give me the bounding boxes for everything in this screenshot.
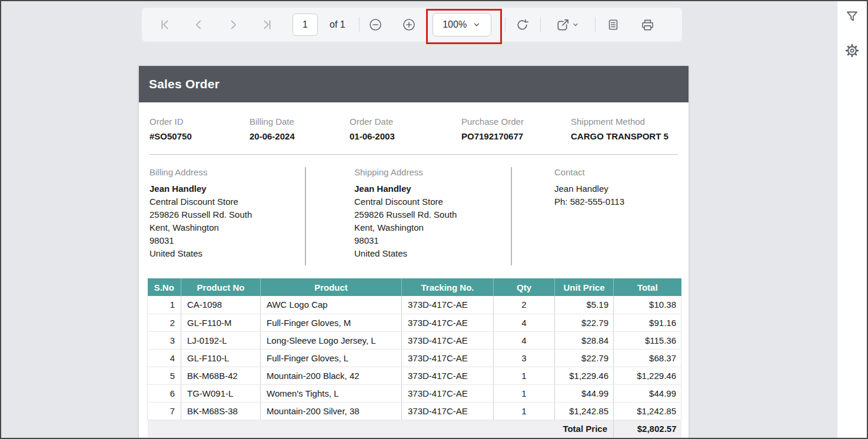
cell-tracking: 373D-417C-AE	[402, 314, 494, 331]
filter-button[interactable]	[844, 8, 860, 25]
billing-address-line: 98031	[149, 234, 305, 247]
cell-unit-price: $5.19	[555, 296, 614, 314]
table-row: 4 GL-F110-L Full-Finger Gloves, L 373D-4…	[148, 349, 681, 367]
billing-address-line: Central Discount Store	[149, 195, 305, 208]
billing-address-line: United States	[149, 247, 305, 260]
export-icon	[556, 18, 570, 32]
zoom-in-button[interactable]	[402, 18, 416, 32]
col-header-product-no: Product No	[181, 278, 261, 296]
cell-product-no: CA-1098	[181, 296, 261, 314]
order-id-label: Order ID	[149, 117, 250, 127]
refresh-button[interactable]	[516, 18, 530, 32]
sales-order-document: Sales Order Order ID #SO50750 Billing Da…	[139, 66, 689, 439]
shipping-address-block: Shipping Address Jean Handley Central Di…	[306, 167, 511, 265]
cell-product: Full-Finger Gloves, L	[261, 349, 402, 367]
cell-total: $1,229.46	[614, 367, 681, 384]
cell-sno: 4	[148, 349, 181, 367]
cell-qty: 1	[494, 367, 555, 384]
page-text-icon	[607, 18, 620, 31]
cell-product: Full-Finger Gloves, M	[261, 314, 402, 331]
contact-block: Contact Jean Handley Ph: 582-555-0113	[512, 167, 689, 265]
col-header-tracking: Tracking No.	[402, 278, 494, 296]
last-page-icon	[261, 18, 274, 31]
cell-product-no: BK-M68S-38	[181, 402, 261, 420]
cell-product-no: BK-M68B-42	[181, 367, 261, 384]
cell-product: Women's Tights, L	[261, 384, 402, 402]
billing-address-line: 259826 Russell Rd. South	[149, 208, 305, 221]
page-count-label: of 1	[330, 19, 345, 30]
billing-address-line: Kent, Washington	[149, 221, 305, 234]
next-page-button[interactable]	[226, 18, 240, 32]
zoom-in-icon	[402, 18, 416, 32]
cell-product: Mountain-200 Silver, 38	[261, 402, 402, 420]
table-row: 1 CA-1098 AWC Logo Cap 373D-417C-AE 2 $5…	[148, 296, 681, 314]
cell-qty: 1	[494, 402, 555, 420]
cell-sno: 3	[148, 331, 181, 349]
order-date-label: Order Date	[350, 117, 461, 127]
print-icon	[641, 18, 654, 32]
purchase-order-label: Purchase Order	[461, 117, 571, 127]
purchase-order-value: PO7192170677	[461, 131, 571, 141]
cell-sno: 5	[148, 367, 181, 384]
cell-sno: 7	[148, 402, 181, 420]
cell-total: $10.38	[614, 296, 681, 314]
last-page-button[interactable]	[260, 18, 274, 32]
export-button[interactable]	[555, 18, 581, 32]
info-divider-line	[149, 154, 678, 155]
first-page-icon	[158, 18, 171, 31]
first-page-button[interactable]	[158, 18, 172, 32]
cell-unit-price: $44.99	[555, 384, 614, 402]
order-id-field: Order ID #SO50750	[149, 117, 250, 141]
page-number-input[interactable]	[292, 14, 318, 36]
cell-product: Long-Sleeve Logo Jersey, L	[261, 331, 402, 349]
page-text-view-button[interactable]	[606, 18, 620, 32]
zoom-level-value: 100%	[443, 19, 467, 30]
cell-sno: 6	[148, 384, 181, 402]
cell-qty: 2	[494, 296, 555, 314]
settings-button[interactable]	[844, 42, 860, 59]
zoom-out-icon	[368, 18, 383, 32]
cell-product: Mountain-200 Black, 42	[261, 367, 402, 384]
zoom-level-select[interactable]: 100%	[433, 13, 491, 36]
cell-sno: 2	[148, 314, 181, 331]
billing-address-block: Billing Address Jean Handley Central Dis…	[139, 167, 305, 265]
print-button[interactable]	[641, 18, 655, 32]
cell-product-no: GL-F110-M	[181, 314, 261, 331]
shipment-method-label: Shippment Method	[571, 117, 678, 127]
shipping-address-label: Shipping Address	[354, 167, 511, 177]
billing-address-name: Jean Handley	[149, 182, 305, 195]
shipment-method-value: CARGO TRANSPORT 5	[571, 131, 678, 141]
cell-total: $91.16	[614, 314, 681, 331]
col-header-unit-price: Unit Price	[555, 278, 614, 296]
gear-icon	[844, 43, 860, 58]
contact-phone: Ph: 582-555-0113	[554, 195, 689, 208]
col-header-total: Total	[614, 278, 681, 296]
cell-tracking: 373D-417C-AE	[402, 349, 494, 367]
cell-qty: 4	[494, 331, 555, 349]
cell-sno: 1	[148, 296, 181, 314]
table-header-row: S.No Product No Product Tracking No. Qty…	[148, 278, 681, 296]
cell-tracking: 373D-417C-AE	[402, 367, 494, 384]
cell-unit-price: $28.84	[555, 331, 614, 349]
billing-date-field: Billing Date 20-06-2024	[250, 117, 350, 141]
cell-unit-price: $22.79	[555, 349, 614, 367]
cell-qty: 4	[494, 314, 555, 331]
shipping-address-line: 98031	[354, 234, 511, 247]
billing-date-label: Billing Date	[250, 117, 350, 127]
cell-product: AWC Logo Cap	[261, 296, 402, 314]
cell-product-no: LJ-0192-L	[181, 331, 261, 349]
cell-total: $44.99	[614, 384, 681, 402]
previous-page-button[interactable]	[192, 18, 206, 32]
cell-unit-price: $22.79	[555, 314, 614, 331]
billing-address-label: Billing Address	[149, 167, 305, 177]
toolbar-separator	[505, 17, 505, 32]
refresh-icon	[516, 18, 529, 32]
next-page-icon	[227, 18, 240, 31]
cell-unit-price: $1,229.46	[555, 367, 614, 384]
shipping-address-line: United States	[354, 247, 511, 260]
line-items-table: S.No Product No Product Tracking No. Qty…	[147, 278, 681, 437]
document-title: Sales Order	[149, 77, 220, 91]
zoom-out-button[interactable]	[368, 18, 383, 32]
table-footer-row: Total Price $2,802.57	[148, 420, 681, 437]
contact-label: Contact	[554, 167, 689, 177]
